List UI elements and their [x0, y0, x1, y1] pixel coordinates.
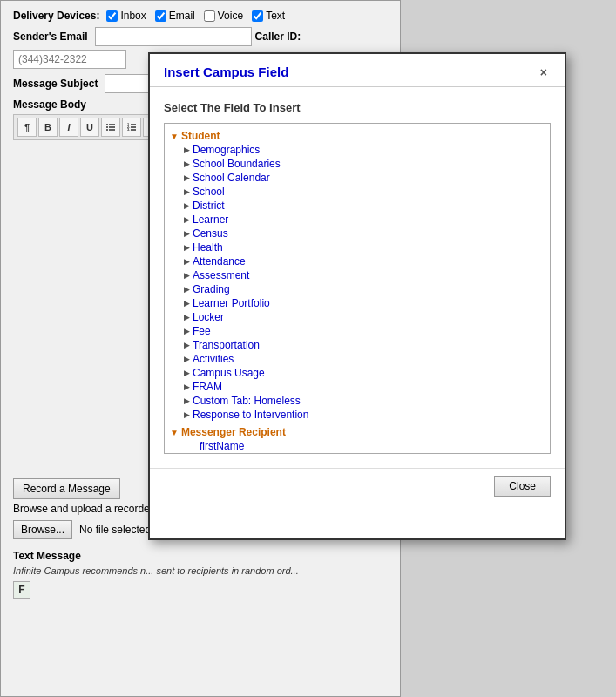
school-boundaries-arrow-icon: ▶ [184, 159, 190, 168]
message-subject-label: Message Subject [13, 78, 98, 90]
voice-label: Voice [218, 10, 243, 22]
tree-item-transportation[interactable]: ▶ Transportation [182, 338, 546, 352]
text-message-note: Infinite Campus recommends n... sent to … [13, 565, 388, 576]
modal-footer: Close [150, 468, 565, 504]
assessment-label: Assessment [193, 269, 249, 281]
voice-checkbox-item[interactable]: Voice [204, 10, 243, 22]
learner-portfolio-label: Learner Portfolio [193, 297, 270, 309]
close-modal-button[interactable]: Close [494, 476, 551, 497]
transportation-arrow-icon: ▶ [184, 341, 190, 349]
school-calendar-arrow-icon: ▶ [184, 173, 190, 182]
delivery-devices-row: Delivery Devices: Inbox Email Voice Text [13, 10, 388, 22]
transportation-label: Transportation [193, 339, 260, 351]
fram-label: FRAM [193, 381, 222, 393]
demographics-arrow-icon: ▶ [184, 145, 190, 154]
tree-item-fee[interactable]: ▶ Fee [182, 324, 546, 338]
modal-close-button[interactable]: × [537, 65, 551, 79]
tree-item-assessment[interactable]: ▶ Assessment [182, 268, 546, 282]
modal-body: Select The Field To Insert ▼ Student ▶ D… [150, 87, 565, 468]
messenger-tree-parent[interactable]: ▼ Messenger Recipient [168, 425, 546, 439]
grading-arrow-icon: ▶ [184, 285, 190, 294]
messenger-arrow-icon: ▼ [170, 428, 179, 437]
caller-id-input[interactable] [13, 50, 126, 69]
senders-email-label: Sender's Email [13, 30, 88, 43]
tree-item-attendance[interactable]: ▶ Attendance [182, 254, 546, 268]
school-label: School [193, 186, 225, 198]
f-icon-bottom[interactable]: F [13, 581, 30, 599]
student-tree-parent[interactable]: ▼ Student [168, 129, 546, 143]
fram-arrow-icon: ▶ [184, 382, 190, 391]
text-checkbox[interactable] [252, 10, 263, 22]
tree-item-response-to-intervention[interactable]: ▶ Response to Intervention [182, 408, 546, 422]
voice-checkbox[interactable] [204, 10, 215, 22]
tree-item-firstname[interactable]: firstName [196, 439, 546, 453]
tree-item-school[interactable]: ▶ School [182, 185, 546, 199]
student-label: Student [181, 130, 220, 142]
ordered-list-btn[interactable]: 1.2.3. [122, 118, 141, 137]
grading-label: Grading [193, 283, 230, 295]
tree-item-district[interactable]: ▶ District [182, 199, 546, 213]
inbox-label: Inbox [120, 10, 146, 22]
unordered-list-btn[interactable] [101, 118, 120, 137]
school-boundaries-label: School Boundaries [193, 158, 281, 170]
fee-label: Fee [193, 325, 211, 337]
delivery-devices-label: Delivery Devices: [13, 10, 99, 22]
tree-item-learner-portfolio[interactable]: ▶ Learner Portfolio [182, 296, 546, 310]
health-label: Health [193, 241, 223, 254]
attendance-label: Attendance [193, 255, 246, 267]
paragraph-btn[interactable]: ¶ [17, 118, 37, 137]
learner-label: Learner [193, 213, 228, 226]
underline-btn[interactable]: U [80, 118, 99, 137]
tree-item-learner[interactable]: ▶ Learner [182, 213, 546, 227]
learner-arrow-icon: ▶ [184, 215, 190, 224]
italic-btn[interactable]: I [59, 118, 78, 137]
insert-campus-field-modal: Insert Campus Field × Select The Field T… [148, 52, 566, 540]
tree-item-campus-usage[interactable]: ▶ Campus Usage [182, 366, 546, 380]
fee-arrow-icon: ▶ [184, 327, 190, 335]
messenger-tree-section: ▼ Messenger Recipient firstName lastName [168, 425, 546, 454]
record-message-button[interactable]: Record a Message [13, 478, 120, 499]
custom-tab-homeless-label: Custom Tab: Homeless [193, 395, 301, 407]
svg-text:3.: 3. [127, 127, 130, 132]
email-checkbox-item[interactable]: Email [155, 10, 195, 22]
browse-button[interactable]: Browse... [13, 520, 72, 539]
email-checkbox[interactable] [155, 10, 166, 22]
text-message-section: Text Message Infinite Campus recommends … [13, 550, 388, 576]
health-arrow-icon: ▶ [184, 243, 190, 252]
rti-arrow-icon: ▶ [184, 410, 190, 419]
field-tree-scroll[interactable]: ▼ Student ▶ Demographics ▶ School Bounda… [164, 123, 551, 454]
caller-id-label: Caller ID: [255, 30, 301, 43]
modal-title: Insert Campus Field [164, 64, 288, 79]
messenger-label: Messenger Recipient [181, 426, 286, 438]
delivery-checkboxes: Inbox Email Voice Text [106, 10, 285, 22]
tree-item-census[interactable]: ▶ Census [182, 227, 546, 240]
tree-item-health[interactable]: ▶ Health [182, 240, 546, 254]
district-label: District [193, 200, 225, 212]
tree-item-grading[interactable]: ▶ Grading [182, 282, 546, 296]
email-label: Email [169, 10, 195, 22]
senders-email-input[interactable]: test@campjus.com [95, 27, 252, 46]
activities-arrow-icon: ▶ [184, 355, 190, 363]
tree-item-custom-tab-homeless[interactable]: ▶ Custom Tab: Homeless [182, 394, 546, 408]
census-label: Census [193, 227, 228, 240]
text-checkbox-item[interactable]: Text [252, 10, 285, 22]
tree-item-locker[interactable]: ▶ Locker [182, 310, 546, 324]
svg-point-5 [106, 129, 108, 131]
demographics-label: Demographics [193, 144, 260, 156]
text-message-heading: Text Message [13, 550, 388, 562]
tree-item-demographics[interactable]: ▶ Demographics [182, 143, 546, 157]
inbox-checkbox-item[interactable]: Inbox [106, 10, 146, 22]
modal-header: Insert Campus Field × [150, 54, 565, 87]
student-tree-children: ▶ Demographics ▶ School Boundaries ▶ Sch… [182, 143, 546, 422]
tree-item-lastname[interactable]: lastName [196, 453, 546, 454]
tree-item-fram[interactable]: ▶ FRAM [182, 380, 546, 394]
tree-item-activities[interactable]: ▶ Activities [182, 352, 546, 366]
learner-portfolio-arrow-icon: ▶ [184, 299, 190, 308]
student-tree-section: ▼ Student ▶ Demographics ▶ School Bounda… [168, 129, 546, 422]
inbox-checkbox[interactable] [106, 10, 118, 22]
tree-item-school-boundaries[interactable]: ▶ School Boundaries [182, 157, 546, 171]
no-file-label: No file selected. [79, 524, 153, 536]
bold-btn[interactable]: B [38, 118, 58, 137]
tree-item-school-calendar[interactable]: ▶ School Calendar [182, 171, 546, 185]
locker-arrow-icon: ▶ [184, 313, 190, 321]
